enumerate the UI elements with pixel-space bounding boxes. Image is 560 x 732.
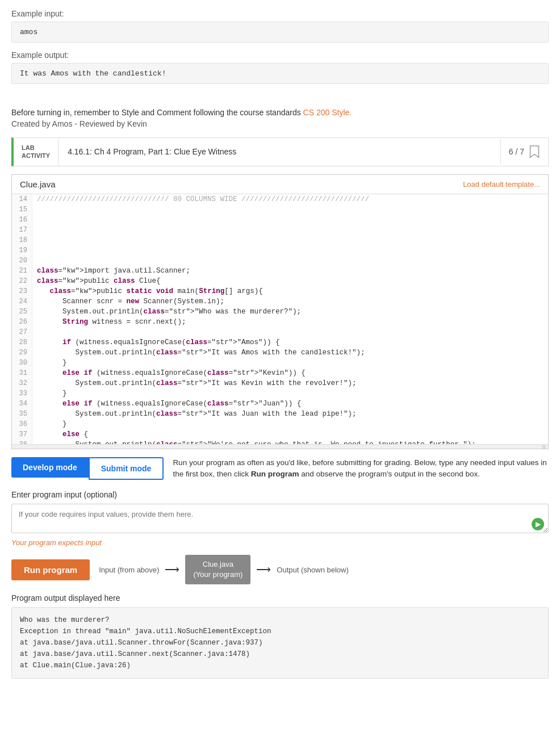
code-editor[interactable]: Clue.java Load default template... 14///… — [11, 174, 549, 449]
code-line: 32 System.out.println(class="str">"It wa… — [12, 378, 548, 388]
line-number: 18 — [12, 235, 32, 245]
flow-input-label: Input (from above) — [99, 566, 159, 574]
line-content: if (witness.equalsIgnoreCase(class="str"… — [32, 337, 285, 348]
code-line: 28 if (witness.equalsIgnoreCase(class="s… — [12, 337, 548, 348]
line-number: 23 — [12, 286, 32, 296]
code-line: 25 System.out.println(class="str">"Who w… — [12, 307, 548, 317]
code-line: 34 else if (witness.equalsIgnoreCase(cla… — [12, 399, 548, 409]
line-number: 37 — [12, 429, 32, 440]
example-output-box: It was Amos with the candlestick! — [11, 63, 549, 84]
output-line: at java.base/java.util.Scanner.next(Scan… — [20, 649, 540, 660]
svg-marker-0 — [530, 146, 539, 157]
line-number: 14 — [12, 194, 32, 204]
line-content — [32, 327, 41, 337]
line-content: else if (witness.equalsIgnoreCase(class=… — [32, 368, 310, 378]
run-program-button[interactable]: Run program — [11, 559, 90, 580]
line-number: 35 — [12, 409, 32, 419]
line-content: else if (witness.equalsIgnoreCase(class=… — [32, 399, 306, 409]
line-content: System.out.println(class="str">"It was J… — [32, 409, 361, 419]
resize-handle[interactable]: ⠿ — [12, 444, 548, 449]
input-section-label: Enter program input (optional) — [11, 490, 549, 499]
example-input-label: Example input: — [11, 9, 549, 18]
flow-program-box: Clue.java (Your program) — [185, 555, 250, 584]
style-note: Before turning in, remember to Style and… — [11, 108, 549, 117]
line-content: System.out.println(class="str">"We're no… — [32, 440, 480, 444]
line-number: 32 — [12, 378, 32, 388]
bookmark-icon — [529, 145, 540, 158]
output-box: Who was the murderer?Exception in thread… — [11, 607, 549, 679]
line-number: 38 — [12, 440, 32, 444]
code-line: 17 — [12, 225, 548, 235]
line-number: 30 — [12, 358, 32, 368]
load-template-link[interactable]: Load default template... — [463, 180, 540, 189]
code-line: 23 class="kw">public static void main(St… — [12, 286, 548, 296]
code-line: 19 — [12, 245, 548, 256]
code-line: 30 } — [12, 358, 548, 368]
output-line: at Clue.main(Clue.java:26) — [20, 660, 540, 671]
code-line: 22class="kw">public class Clue{ — [12, 276, 548, 286]
input-submit-icon[interactable]: ▶ — [532, 518, 544, 530]
input-warning: Your program expects input — [11, 538, 549, 547]
flow-output-label: Output (shown below) — [277, 566, 348, 574]
line-content: } — [32, 419, 72, 429]
code-filename: Clue.java — [20, 179, 56, 189]
code-line: 16 — [12, 215, 548, 225]
submit-mode-button[interactable]: Submit mode — [89, 457, 164, 480]
created-by: Created by Amos - Reviewed by Kevin — [11, 119, 549, 128]
line-number: 34 — [12, 399, 32, 409]
line-number: 20 — [12, 256, 32, 266]
line-number: 21 — [12, 266, 32, 276]
line-content — [32, 204, 41, 215]
run-row: Run program Input (from above) ⟶ Clue.ja… — [11, 555, 549, 584]
line-content: String witness = scnr.next(); — [32, 317, 191, 327]
output-line: at java.base/java.util.Scanner.throwFor(… — [20, 637, 540, 649]
output-label: Program output displayed here — [11, 593, 549, 603]
line-content — [32, 215, 41, 225]
line-content: class="kw">public static void main(Strin… — [32, 286, 268, 296]
code-line: 24 Scanner scnr = new Scanner(System.in)… — [12, 296, 548, 307]
style-link[interactable]: CS 200 Style. — [303, 108, 352, 117]
example-input-box: amos — [11, 22, 549, 43]
lab-activity-progress: 6 / 7 — [500, 139, 548, 164]
code-line: 36 } — [12, 419, 548, 429]
line-number: 27 — [12, 327, 32, 337]
code-line: 33 } — [12, 388, 548, 399]
line-number: 26 — [12, 317, 32, 327]
code-line: 20 — [12, 256, 548, 266]
line-content — [32, 225, 41, 235]
code-line: 37 else { — [12, 429, 548, 440]
line-content — [32, 245, 41, 256]
code-editor-header: Clue.java Load default template... — [12, 175, 548, 194]
code-line: 14/////////////////////////////// 80 COL… — [12, 194, 548, 204]
line-number: 36 — [12, 419, 32, 429]
line-number: 28 — [12, 337, 32, 348]
line-number: 19 — [12, 245, 32, 256]
mode-row: Develop mode Submit mode Run your progra… — [11, 457, 549, 480]
run-flow: Input (from above) ⟶ Clue.java (Your pro… — [99, 555, 349, 584]
code-line: 21class="kw">import java.util.Scanner; — [12, 266, 548, 276]
line-content — [32, 235, 41, 245]
line-number: 31 — [12, 368, 32, 378]
line-number: 29 — [12, 348, 32, 358]
line-content: Scanner scnr = new Scanner(System.in); — [32, 296, 229, 307]
output-line: Who was the murderer? — [20, 614, 540, 626]
develop-mode-button[interactable]: Develop mode — [11, 457, 89, 478]
code-line: 35 System.out.println(class="str">"It wa… — [12, 409, 548, 419]
code-area[interactable]: 14/////////////////////////////// 80 COL… — [12, 194, 548, 444]
line-number: 25 — [12, 307, 32, 317]
output-line: Exception in thread "main" java.util.NoS… — [20, 626, 540, 637]
lab-activity-bar: LAB ACTIVITY 4.16.1: Ch 4 Program, Part … — [11, 137, 549, 166]
mode-description: Run your program as often as you'd like,… — [173, 457, 548, 480]
input-wrapper: ▶ — [11, 504, 549, 535]
line-content: } — [32, 358, 72, 368]
line-content: System.out.println(class="str">"Who was … — [32, 307, 306, 317]
program-input-field[interactable] — [11, 504, 549, 533]
line-number: 22 — [12, 276, 32, 286]
arrow-1: ⟶ — [165, 563, 179, 576]
line-number: 33 — [12, 388, 32, 399]
arrow-2: ⟶ — [256, 563, 271, 576]
code-line: 26 String witness = scnr.next(); — [12, 317, 548, 327]
lab-activity-label: LAB ACTIVITY — [14, 138, 58, 166]
line-number: 24 — [12, 296, 32, 307]
line-number: 16 — [12, 215, 32, 225]
